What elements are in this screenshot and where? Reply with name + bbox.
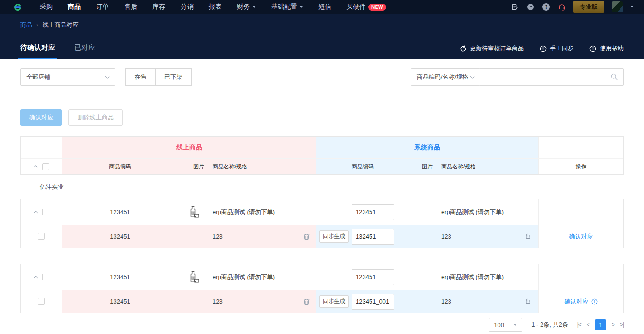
swap-icon[interactable] bbox=[524, 233, 538, 240]
search-type-value: 商品编码/名称/规格 bbox=[417, 73, 468, 81]
nav-item-sms[interactable]: 短信 bbox=[318, 3, 331, 11]
avatar[interactable] bbox=[612, 1, 623, 12]
usage-help-action[interactable]: 使用帮助 bbox=[589, 44, 624, 53]
online-sku-code: 132451 bbox=[62, 225, 178, 248]
shop-group-label: 亿沣实业 bbox=[20, 175, 624, 199]
breadcrumb-goods-link[interactable]: 商品 bbox=[20, 21, 32, 29]
app-logo-icon[interactable] bbox=[14, 3, 22, 11]
online-sku-name: 123 bbox=[213, 298, 223, 305]
system-image-column-header: 图片 bbox=[409, 159, 437, 174]
row-checkbox[interactable] bbox=[38, 298, 45, 305]
parent-product-row: 123451 erp商品测试 (请勿下单) bbox=[21, 264, 623, 290]
sync-generate-button[interactable]: 同步生成 bbox=[319, 295, 349, 308]
first-page-button[interactable]: |< bbox=[577, 322, 581, 328]
sync-generate-button[interactable]: 同步生成 bbox=[319, 230, 349, 243]
mapping-table: 线上商品 系统商品 商品编码 图片 商品名称/规格 商品编码 图片 商品名称/规… bbox=[20, 136, 624, 313]
confirm-mapping-link[interactable]: 确认对应 bbox=[569, 233, 593, 241]
page-size-select[interactable]: 100 bbox=[489, 318, 522, 332]
row-checkbox[interactable] bbox=[42, 209, 49, 215]
tab-mapped[interactable]: 已对应 bbox=[74, 43, 95, 59]
refresh-pending-orders-action[interactable]: 更新待审核订单商品 bbox=[460, 44, 524, 53]
confirm-mapping-link[interactable]: 确认对应 bbox=[565, 298, 589, 306]
search-type-select[interactable]: 商品编码/名称/规格 bbox=[411, 68, 480, 86]
online-product-name: erp商品测试 (请勿下单) bbox=[208, 264, 316, 290]
nav-item-settings[interactable]: 基础配置 bbox=[271, 3, 303, 11]
nav-item-purchase[interactable]: 采购 bbox=[40, 3, 53, 11]
row-checkbox[interactable] bbox=[38, 233, 45, 240]
search-icon[interactable] bbox=[610, 73, 618, 81]
nav-item-inventory[interactable]: 库存 bbox=[152, 3, 165, 11]
product-image-icon bbox=[178, 264, 208, 290]
nav-item-goods[interactable]: 商品 bbox=[68, 3, 81, 11]
info-icon bbox=[589, 45, 596, 52]
table-header: 线上商品 系统商品 商品编码 图片 商品名称/规格 商品编码 图片 商品名称/规… bbox=[20, 136, 624, 175]
online-sku-name: 123 bbox=[213, 233, 223, 240]
nav-item-hardware-label: 买硬件 bbox=[346, 3, 366, 11]
system-sku-code-input[interactable] bbox=[352, 294, 394, 310]
info-icon[interactable] bbox=[591, 298, 598, 305]
online-product-code: 123451 bbox=[62, 199, 178, 225]
sku-mapping-row: 132451 123 同步生成 bbox=[21, 225, 623, 248]
select-all-checkbox[interactable] bbox=[42, 163, 49, 170]
usage-help-label: 使用帮助 bbox=[600, 44, 624, 53]
collapse-caret-icon[interactable] bbox=[33, 275, 38, 280]
breadcrumb-separator: › bbox=[36, 22, 38, 28]
online-product-name: erp商品测试 (请勿下单) bbox=[208, 199, 316, 225]
pagination: 100 1 - 2条, 共2条 |< < 1 > >| bbox=[20, 318, 624, 332]
shop-select-value: 全部店铺 bbox=[26, 73, 50, 81]
action-column-header: 操作 bbox=[538, 159, 623, 174]
nav-item-finance[interactable]: 财务 bbox=[237, 3, 256, 11]
nav-item-orders[interactable]: 订单 bbox=[96, 3, 109, 11]
trash-icon[interactable] bbox=[303, 233, 316, 240]
system-sku-code-input[interactable] bbox=[352, 229, 394, 245]
parent-product-row: 123451 erp商品测试 (请勿下单) bbox=[21, 199, 623, 225]
search-input[interactable] bbox=[480, 68, 624, 86]
nav-item-aftersales[interactable]: 售后 bbox=[124, 3, 137, 11]
sku-mapping-row: 132451 123 同步生成 bbox=[21, 290, 623, 313]
main-content: 全部店铺 在售 已下架 商品编码/名称/规格 bbox=[0, 68, 644, 332]
collapse-caret-icon[interactable] bbox=[33, 210, 38, 215]
row-checkbox[interactable] bbox=[42, 274, 49, 280]
nav-item-settings-label: 基础配置 bbox=[271, 3, 297, 11]
order-doc-icon[interactable] bbox=[510, 3, 519, 11]
online-sku-code: 132451 bbox=[62, 290, 178, 313]
next-page-button[interactable]: > bbox=[612, 322, 614, 328]
caret-down-icon bbox=[299, 6, 303, 10]
system-code-input[interactable] bbox=[352, 269, 394, 285]
collapse-all-caret-icon[interactable] bbox=[33, 165, 38, 170]
shop-select[interactable]: 全部店铺 bbox=[20, 68, 115, 86]
delete-online-product-button[interactable]: 删除线上商品 bbox=[68, 109, 123, 126]
pro-version-button[interactable]: 专业版 bbox=[573, 1, 604, 13]
online-image-column-header: 图片 bbox=[178, 159, 208, 174]
headset-icon[interactable] bbox=[558, 3, 566, 11]
system-product-header: 系统商品 bbox=[316, 137, 538, 158]
divider bbox=[20, 96, 624, 96]
nav-item-distribution[interactable]: 分销 bbox=[181, 3, 194, 11]
tab-pending-mapping[interactable]: 待确认对应 bbox=[20, 43, 55, 59]
manual-sync-action[interactable]: 手工同步 bbox=[540, 44, 574, 53]
system-name-column-header: 商品名称/规格 bbox=[437, 159, 538, 174]
refresh-pending-orders-label: 更新待审核订单商品 bbox=[470, 44, 524, 53]
current-page-button[interactable]: 1 bbox=[595, 319, 606, 330]
swap-icon[interactable] bbox=[524, 298, 538, 305]
trash-icon[interactable] bbox=[303, 298, 316, 305]
system-code-input[interactable] bbox=[352, 204, 394, 220]
user-menu-caret-icon[interactable] bbox=[630, 6, 634, 10]
mapping-group: 123451 erp商品测试 (请勿下单) bbox=[20, 264, 624, 313]
help-icon[interactable]: ? bbox=[542, 3, 550, 11]
nav-item-reports[interactable]: 报表 bbox=[209, 3, 222, 11]
refresh-icon bbox=[460, 45, 467, 52]
online-name-column-header: 商品名称/规格 bbox=[208, 159, 316, 174]
pagination-summary: 1 - 2条, 共2条 bbox=[531, 321, 568, 329]
prev-page-button[interactable]: < bbox=[587, 322, 589, 328]
page-size-value: 100 bbox=[494, 322, 504, 328]
on-sale-button[interactable]: 在售 bbox=[125, 68, 156, 86]
nav-item-hardware[interactable]: 买硬件 NEW bbox=[346, 3, 386, 11]
mapping-group: 123451 erp商品测试 (请勿下单) bbox=[20, 199, 624, 248]
chevron-down-icon bbox=[470, 74, 475, 78]
off-shelf-button[interactable]: 已下架 bbox=[155, 68, 192, 86]
online-product-code: 123451 bbox=[62, 264, 178, 290]
last-page-button[interactable]: >| bbox=[620, 322, 624, 328]
chat-icon[interactable] bbox=[526, 3, 535, 11]
confirm-mapping-button[interactable]: 确认对应 bbox=[20, 109, 62, 126]
